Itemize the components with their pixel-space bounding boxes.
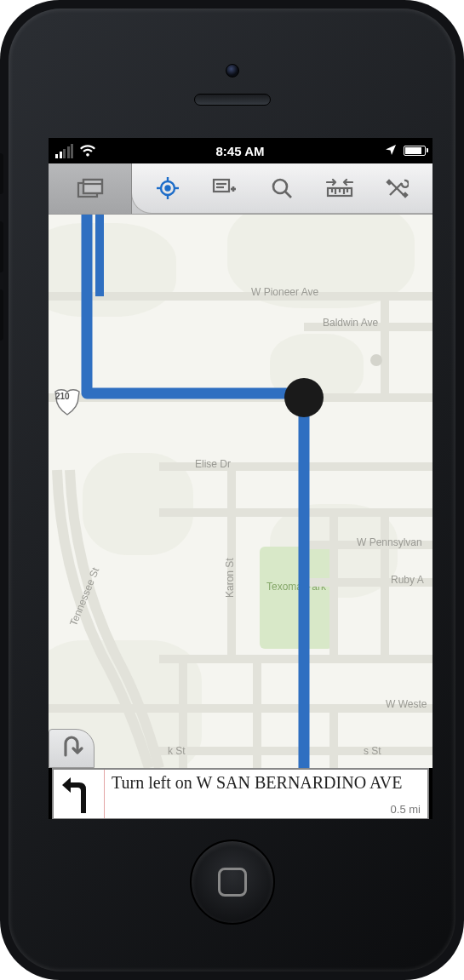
- svg-rect-10: [214, 180, 229, 192]
- volume-up-button: [0, 221, 3, 272]
- signal-strength-icon: [55, 144, 73, 158]
- toolbar: [49, 163, 432, 215]
- location-services-icon: [385, 144, 397, 158]
- status-time: 8:45 AM: [95, 144, 385, 158]
- svg-point-15: [273, 180, 287, 193]
- phone-frame: 8:45 AM: [0, 0, 464, 980]
- phone-bezel: 8:45 AM: [9, 9, 455, 971]
- street-label: Ruby A: [391, 574, 424, 586]
- highway-shield-label: 210: [55, 392, 70, 401]
- status-left: [55, 144, 95, 158]
- add-comment-button[interactable]: [209, 173, 240, 203]
- map-poi-dot: [370, 354, 382, 366]
- map-roads: [49, 215, 432, 768]
- street-label: Karon St: [224, 558, 236, 598]
- toolbar-right: [131, 163, 432, 214]
- screen: 8:45 AM: [49, 138, 432, 819]
- direction-distance: 0.5 mi: [391, 803, 421, 816]
- volume-down-button: [0, 289, 3, 341]
- locate-button[interactable]: [152, 173, 183, 203]
- current-location-marker: [284, 378, 324, 417]
- svg-line-16: [285, 192, 291, 198]
- wifi-icon: [80, 145, 95, 157]
- panels-button[interactable]: [49, 163, 132, 214]
- map-view[interactable]: Texoma Park: [49, 215, 432, 768]
- direction-prefix: Turn left on: [112, 773, 196, 792]
- home-button-icon: [218, 868, 247, 897]
- battery-icon: [404, 146, 426, 156]
- turn-left-icon: [54, 770, 105, 818]
- svg-point-5: [165, 186, 169, 191]
- panels-icon: [75, 174, 106, 204]
- home-button[interactable]: [190, 840, 275, 925]
- side-switch: [0, 153, 3, 194]
- direction-banner[interactable]: Turn left on W SAN BERNARDINO AVE 0.5 mi: [52, 768, 429, 819]
- street-label: s St: [364, 745, 381, 757]
- status-right: [385, 144, 426, 158]
- street-label: Baldwin Ave: [323, 317, 378, 329]
- measure-button[interactable]: [324, 173, 355, 203]
- search-button[interactable]: [266, 173, 297, 203]
- street-label: W Weste: [386, 698, 427, 710]
- direction-street: W SAN BERNARDINO AVE: [196, 773, 402, 792]
- street-label: W Pioneer Ave: [251, 286, 318, 298]
- street-label: k St: [168, 745, 186, 757]
- tools-button[interactable]: [381, 173, 412, 203]
- direction-instruction: Turn left on W SAN BERNARDINO AVE: [105, 770, 427, 818]
- street-label: W Pennsylvan: [357, 536, 422, 548]
- earpiece-speaker: [194, 94, 271, 106]
- front-camera: [226, 64, 239, 77]
- svg-rect-1: [83, 180, 102, 193]
- street-label: Elise Dr: [195, 458, 231, 470]
- status-bar: 8:45 AM: [49, 138, 432, 163]
- uturn-icon: [58, 735, 85, 762]
- route-options-button[interactable]: [49, 729, 95, 768]
